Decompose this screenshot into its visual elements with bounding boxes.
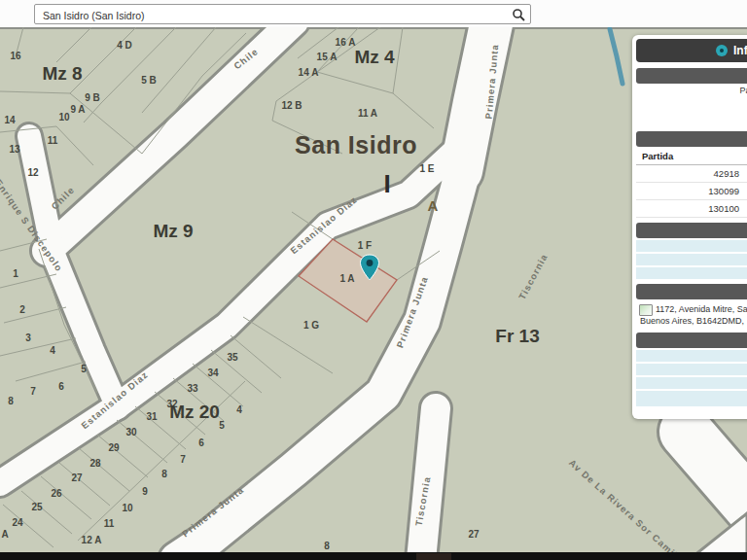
parcel-label: 29	[108, 442, 120, 453]
parcel-label: 8	[324, 541, 330, 551]
taskbar[interactable]	[0, 552, 747, 560]
section-descripcion: Des PlanDPl	[636, 223, 747, 279]
parcel-label: 8	[8, 396, 14, 406]
parcel-label: 1 A	[339, 273, 354, 284]
parcel-label: 14	[4, 115, 16, 125]
parcel-label: 28	[89, 458, 101, 469]
parcel-label: 1 G	[303, 320, 319, 331]
parcel-label: 5	[219, 420, 225, 431]
parcel-label: 11 A	[358, 108, 377, 119]
parcel-label: 10	[58, 112, 70, 122]
parcel-label: 6	[58, 381, 64, 392]
parcel-label: 33	[187, 383, 198, 394]
section-letter-label: I	[383, 169, 390, 198]
search-box[interactable]	[34, 4, 531, 24]
parcel-label: 16	[10, 51, 21, 61]
parcel-label: 5	[81, 364, 87, 374]
block-label: Mz 8	[42, 63, 82, 84]
parcel-label: 12	[27, 167, 39, 178]
address-block: 1172, Avenida Mitre, Sa Buenos Aires, B1…	[636, 301, 747, 328]
parcel-label: 27	[468, 529, 480, 540]
section-descripcion-header: Des	[636, 223, 747, 238]
top-bar	[0, 0, 747, 27]
parcel-label: 1 E	[419, 163, 434, 174]
parcel-label: 16 A	[336, 37, 356, 48]
parcel-label: 9	[142, 486, 148, 497]
parcel-label: 1 F	[358, 240, 372, 251]
parcel-label: 27	[71, 472, 83, 483]
location-dot-icon	[716, 45, 728, 56]
info-panel: Infor Nomenclat Partido: 97 (San Isidro)…	[632, 35, 747, 419]
parcel-label: 3	[25, 332, 31, 343]
parcel-label: A	[1, 529, 8, 540]
panel-title-bar: Infor	[636, 39, 747, 62]
search-icon[interactable]	[512, 8, 525, 21]
section-letter-label: A	[428, 197, 439, 214]
parcel-label: 31	[146, 411, 158, 422]
parcel-label: 10	[122, 503, 133, 513]
partida-row[interactable]: 130100	[636, 200, 747, 218]
parcel-label: 2	[19, 304, 25, 315]
parcel-label: 4 D	[117, 40, 132, 51]
parcel-label: 1	[13, 268, 18, 279]
section-direccion-header: Dire	[636, 284, 747, 299]
section-nomenclatura: Nomenclat Partido: 97 (San Isidro) Ci Ma…	[636, 68, 747, 126]
valores-table: Partida Sup. Ter 42918130099130100	[636, 149, 747, 218]
ubicacion-button-row: C	[636, 391, 747, 406]
parcel-label: 26	[51, 488, 62, 499]
ubicacion-row: Longitud	[636, 377, 747, 389]
parcel-label: 14 A	[299, 67, 319, 78]
parcel-label: 7	[180, 454, 186, 465]
address-line1: 1172, Avenida Mitre, Sa	[638, 304, 747, 314]
panel-title: Infor	[733, 44, 747, 57]
map-thumbnail-icon	[639, 304, 653, 316]
parcel-label: 35	[227, 352, 238, 363]
parcel-label: 5 B	[141, 75, 157, 86]
block-label: Mz 20	[169, 402, 220, 422]
parcel-label: 12 B	[281, 100, 302, 111]
search-input[interactable]	[41, 5, 512, 25]
parcel-label: 12 A	[82, 535, 102, 545]
parcel-label: 8	[161, 469, 167, 479]
parcel-label: 9 B	[85, 92, 100, 103]
address-line2: Buenos Aires, B1642DMD,	[638, 316, 747, 326]
parcel-label: 4	[236, 404, 242, 415]
section-valores: Valores Partida Sup. Ter 429181300991301…	[636, 131, 747, 218]
parcel-label: 11	[104, 518, 115, 529]
section-valores-header: Valores	[636, 131, 747, 147]
partida-row[interactable]: 130099	[636, 183, 747, 200]
parcel-label: 25	[31, 502, 43, 512]
col-sup-terr: Sup. Ter	[739, 149, 747, 165]
parcel-label: 6	[198, 438, 204, 448]
parcel-label: 30	[125, 427, 137, 438]
city-label: San Isidro	[295, 131, 417, 158]
section-nomenclatura-header: Nomenclat	[636, 68, 747, 84]
descripcion-row: Plan	[636, 240, 747, 252]
partida-row[interactable]: 42918	[636, 165, 747, 183]
app-window: { "search": { "value": "San Isidro (San …	[0, 0, 747, 560]
parcel-label: 24	[12, 517, 23, 528]
block-label: Mz 9	[153, 221, 193, 241]
parcel-label: 11	[48, 135, 58, 146]
descripcion-row: Pl	[636, 267, 747, 279]
section-ubicacion-header: Ubi	[636, 332, 747, 348]
parcel-label: 15 A	[317, 52, 338, 62]
parcel-label: 34	[207, 368, 219, 378]
partido-text: Partido: 97 (San Isidro) Ci	[739, 86, 747, 95]
block-label: Mz 4	[354, 47, 395, 67]
parcel-label: 13	[9, 144, 20, 155]
section-direccion: Dire 1172, Avenida Mitre, Sa Buenos Aire…	[636, 284, 747, 328]
parcel-label: 7	[30, 386, 36, 397]
parcel-label: 9 A	[70, 104, 85, 115]
col-partida: Partida	[636, 149, 739, 165]
ubicacion-row: Latitud	[636, 364, 747, 375]
ubicacion-row: Escala	[636, 350, 747, 362]
block-label: Fr 13	[495, 326, 539, 346]
section-ubicacion: Ubi EscalaLatitudLongitud C	[636, 332, 747, 406]
parcel-label: 4	[50, 345, 55, 356]
descripcion-row: D	[636, 254, 747, 265]
